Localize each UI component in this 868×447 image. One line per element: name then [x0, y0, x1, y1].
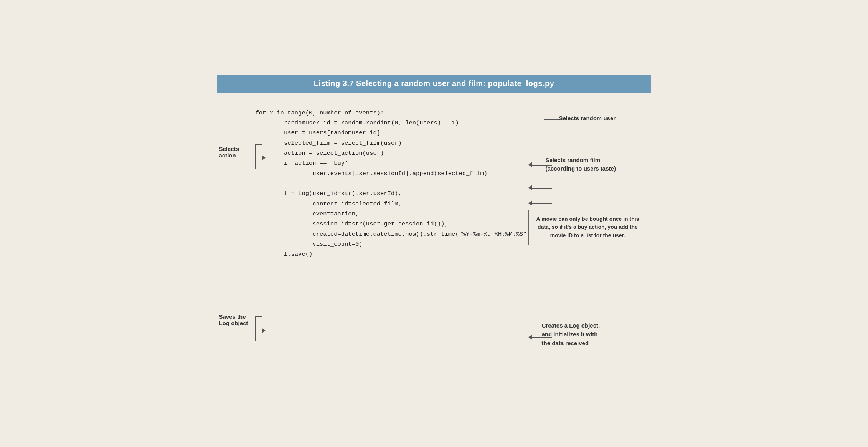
code-line-3: user = users[randomuser_id] — [256, 128, 644, 138]
annotation-selects-action: Selects action — [219, 146, 254, 159]
arrow-film-head — [528, 162, 532, 167]
annotation-random-film: Selects random film (according to users … — [546, 156, 644, 173]
annotation-creates-log: Creates a Log object, and initializes it… — [542, 321, 644, 348]
bracket-saves-log — [255, 316, 262, 341]
arrow-box-line — [531, 203, 552, 204]
arrow-buy-line — [531, 188, 552, 189]
listing-body: Selects action Saves the Log object for … — [217, 104, 651, 373]
arrow-selects-action — [262, 155, 266, 161]
annotation-random-user: Selects random user — [559, 115, 644, 121]
listing-container: Listing 3.7 Selecting a random user and … — [217, 74, 651, 373]
code-line-10: content_id=selected_film, — [256, 199, 644, 209]
hline-random-user-right — [551, 119, 559, 120]
listing-header: Listing 3.7 Selecting a random user and … — [217, 74, 651, 93]
annotation-saves-log: Saves the Log object — [219, 313, 254, 326]
arrow-buy-head — [528, 185, 532, 190]
listing-title: Listing 3.7 Selecting a random user and … — [314, 79, 554, 88]
annotation-movie-buy-box: A movie can only be bought once in this … — [528, 210, 647, 245]
code-line-4: selected_film = select_film(user) — [256, 138, 644, 148]
arrow-log-head — [528, 334, 532, 340]
hline-random-user-top — [544, 119, 551, 120]
code-line-15: l.save() — [256, 249, 644, 259]
code-line-9: l = Log(user_id=str(user.userId), — [256, 189, 644, 199]
arrow-saves-log — [262, 328, 266, 333]
arrow-box-head — [528, 200, 532, 206]
code-line-8 — [256, 179, 644, 189]
bracket-selects-action — [255, 144, 262, 169]
